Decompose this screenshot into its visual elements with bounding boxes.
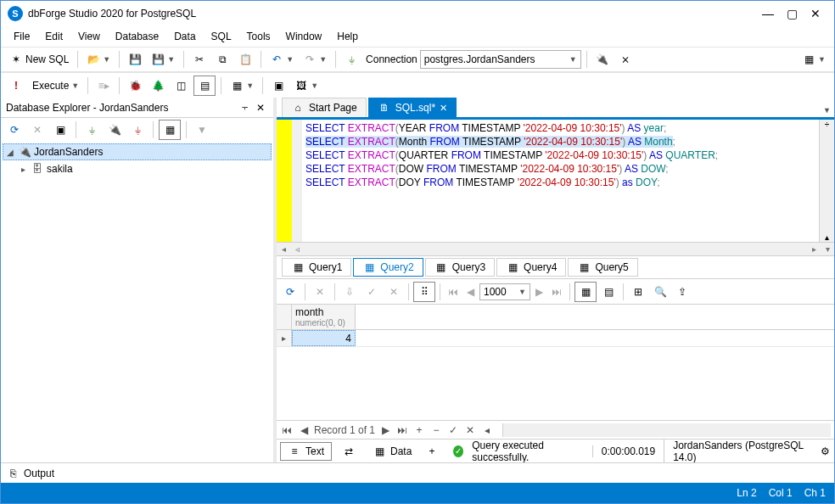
save-all-button[interactable]: 💾▼ xyxy=(148,50,178,69)
paste-button[interactable]: 📋 xyxy=(235,50,255,69)
image-button[interactable]: 🖼▼ xyxy=(291,76,322,95)
menu-edit[interactable]: Edit xyxy=(39,28,69,45)
column-header-month[interactable]: month numeric(0, 0) xyxy=(292,305,356,329)
sql-editor[interactable]: SELECT EXTRACT(YEAR FROM TIMESTAMP '2022… xyxy=(277,120,834,242)
nav-apply-button[interactable]: ✓ xyxy=(446,424,460,436)
gear-icon[interactable]: ⚙ xyxy=(819,445,831,458)
menu-file[interactable]: File xyxy=(8,28,36,45)
layout-button[interactable]: ▦▼ xyxy=(799,50,829,69)
nav-cancel-button[interactable]: ✕ xyxy=(463,424,477,436)
vertical-scrollbar[interactable]: ÷ ▴ xyxy=(819,120,834,242)
outline-button[interactable]: ▦▼ xyxy=(227,76,257,95)
grid-revert-button[interactable]: ✕ xyxy=(384,283,404,301)
horizontal-scrollbar[interactable]: ◂ ◃ ▸ ▾ xyxy=(277,242,834,255)
execute-button[interactable]: Execute▼ xyxy=(29,77,82,94)
explain-button[interactable]: 🌲 xyxy=(148,76,168,95)
menu-window[interactable]: Window xyxy=(280,28,328,45)
open-button[interactable]: 📂▼ xyxy=(83,50,114,69)
refresh-button[interactable]: ⟳ xyxy=(4,120,25,139)
close-button[interactable]: ✕ xyxy=(804,7,827,20)
output-tab-add[interactable]: + xyxy=(422,442,441,461)
nav-scroll-left-icon[interactable]: ◂ xyxy=(480,424,494,436)
grid-refresh-button[interactable]: ⟳ xyxy=(280,283,300,301)
find-button[interactable]: 🔍 xyxy=(650,283,670,301)
connection-dropdown[interactable]: postgres.JordanSanders ▼ xyxy=(420,50,581,69)
format-button[interactable]: ▤ xyxy=(193,76,216,96)
connect-button[interactable]: 🔌 xyxy=(592,50,613,69)
scroll-down-icon[interactable]: ▾ xyxy=(821,244,834,254)
collapse-icon[interactable]: ◢ xyxy=(5,148,15,157)
active-files-dropdown[interactable]: ▼ xyxy=(820,104,834,117)
nav-prev-button[interactable]: ◀ xyxy=(297,424,311,436)
connect-node-button[interactable]: 🔌 xyxy=(104,120,125,139)
menu-data[interactable]: Data xyxy=(168,28,201,45)
nav-last-button[interactable]: ⏭ xyxy=(395,424,409,436)
tree-connection-node[interactable]: ◢ 🔌 JordanSanders xyxy=(3,143,272,160)
output-tab-swap[interactable]: ⇄ xyxy=(335,442,362,461)
members-button[interactable]: ◫ xyxy=(171,76,191,95)
result-grid[interactable]: month numeric(0, 0) ▸ 4 xyxy=(277,305,834,420)
show-table-button[interactable]: ▦ xyxy=(159,120,181,140)
maximize-button[interactable]: ▢ xyxy=(780,7,804,20)
menu-sql[interactable]: SQL xyxy=(205,28,238,45)
output-tab-text[interactable]: ≡ Text xyxy=(280,442,332,461)
execute-current-button[interactable]: ≡▸ xyxy=(93,76,114,95)
expand-icon[interactable]: ▸ xyxy=(18,165,28,174)
h-scrollbar[interactable] xyxy=(502,423,831,437)
prev-page-button[interactable]: ◀ xyxy=(463,283,478,300)
new-sql-button[interactable]: ✶ New SQL xyxy=(6,50,72,69)
pin-button[interactable]: ⫟ xyxy=(238,100,253,115)
first-page-button[interactable]: ⏮ xyxy=(445,283,462,300)
scroll-left-small-icon[interactable]: ◃ xyxy=(290,244,304,254)
code-area[interactable]: SELECT EXTRACT(YEAR FROM TIMESTAMP '2022… xyxy=(302,120,819,242)
nav-add-button[interactable]: + xyxy=(412,424,426,436)
menu-view[interactable]: View xyxy=(72,28,106,45)
output-panel-tab[interactable]: ⎘ Output xyxy=(1,462,834,483)
query-tab-5[interactable]: ▦Query5 xyxy=(568,258,637,277)
scroll-up-icon[interactable]: ▴ xyxy=(825,232,829,242)
scroll-right-icon[interactable]: ▸ xyxy=(807,244,821,254)
panel-close-button[interactable]: ✕ xyxy=(253,100,268,115)
output-tab-data[interactable]: ▦ Data xyxy=(366,442,418,461)
split-icon[interactable]: ÷ xyxy=(825,120,830,129)
minimize-button[interactable]: — xyxy=(756,7,780,20)
db-connect-button[interactable]: ⏚ xyxy=(341,50,361,69)
grid-row[interactable]: ▸ 4 xyxy=(277,330,834,347)
nav-remove-button[interactable]: − xyxy=(429,424,443,436)
new-window-button[interactable]: ▣ xyxy=(50,120,70,139)
grid-toggle-button[interactable]: ⠿ xyxy=(413,282,435,302)
menu-database[interactable]: Database xyxy=(109,28,165,45)
grid-apply-button[interactable]: ✓ xyxy=(361,283,382,301)
tab-start-page[interactable]: ⌂ Start Page xyxy=(282,98,367,117)
copy-button[interactable]: ⧉ xyxy=(212,50,233,69)
pivot-button[interactable]: ⊞ xyxy=(628,283,648,301)
filter-button[interactable]: ▼ xyxy=(192,120,212,139)
grid-cell[interactable]: 4 xyxy=(292,330,356,346)
menu-help[interactable]: Help xyxy=(331,28,364,45)
debug-button[interactable]: 🐞 xyxy=(125,76,145,95)
query-tab-4[interactable]: ▦Query4 xyxy=(496,258,566,277)
nav-first-button[interactable]: ⏮ xyxy=(280,424,294,436)
query-tab-2[interactable]: ▦Query2 xyxy=(353,258,423,277)
delete-node-button[interactable]: ✕ xyxy=(27,120,48,139)
tree-database-node[interactable]: ▸ 🗄 sakila xyxy=(3,160,272,177)
snippet-button[interactable]: ▣ xyxy=(268,76,289,95)
menu-tools[interactable]: Tools xyxy=(241,28,277,45)
disconnect-node-button[interactable]: ⏚ xyxy=(127,120,148,139)
save-button[interactable]: 💾 xyxy=(125,50,145,69)
disconnect-button[interactable]: ⨯ xyxy=(615,50,636,69)
new-connection-button[interactable]: ⏚ xyxy=(81,120,102,139)
export-button[interactable]: ⇪ xyxy=(672,283,692,301)
last-page-button[interactable]: ⏭ xyxy=(548,283,565,300)
grid-cancel-button[interactable]: ✕ xyxy=(310,283,330,301)
cut-button[interactable]: ✂ xyxy=(189,50,210,69)
nav-next-button[interactable]: ▶ xyxy=(378,424,392,436)
scroll-left-icon[interactable]: ◂ xyxy=(277,244,290,254)
undo-button[interactable]: ↶▼ xyxy=(266,50,297,69)
tab-sql-file[interactable]: 🗎 SQL.sql* ✕ xyxy=(368,98,457,117)
db-tree[interactable]: ◢ 🔌 JordanSanders ▸ 🗄 sakila xyxy=(1,142,273,462)
tab-close-button[interactable]: ✕ xyxy=(440,103,447,114)
query-tab-1[interactable]: ▦Query1 xyxy=(282,258,351,277)
page-size-input[interactable]: 1000 ▼ xyxy=(479,283,530,300)
stop-button[interactable]: ! xyxy=(6,76,26,95)
